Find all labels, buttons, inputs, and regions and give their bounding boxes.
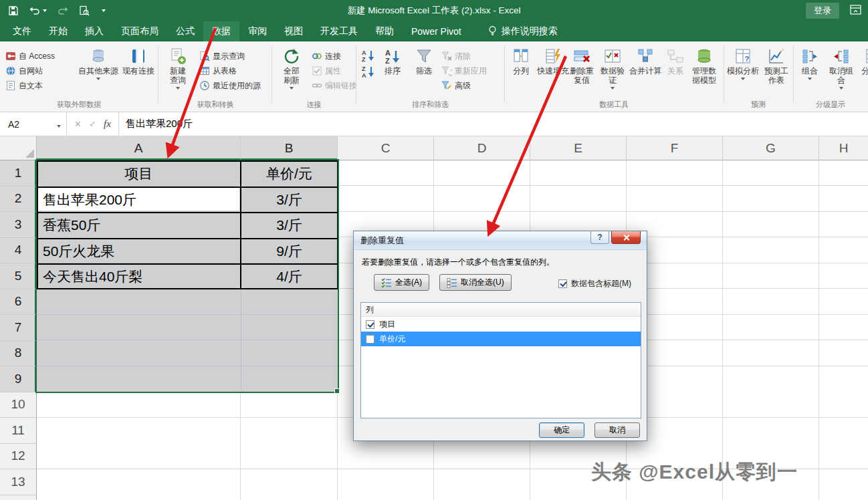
column-header-G[interactable]: G bbox=[723, 136, 819, 160]
from-web-button[interactable]: 自网站 bbox=[5, 64, 43, 78]
cell-A3[interactable]: 香蕉50斤 bbox=[38, 213, 239, 237]
ungroup-button[interactable]: 取消组合 bbox=[825, 47, 857, 90]
save-icon[interactable] bbox=[8, 5, 19, 16]
tab-page-layout[interactable]: 页面布局 bbox=[112, 21, 167, 41]
row-header-3[interactable]: 3 bbox=[0, 212, 37, 238]
row-header-13[interactable]: 13 bbox=[0, 469, 37, 495]
manage-data-model-button[interactable]: 管理数据模型 bbox=[689, 47, 720, 85]
tab-help[interactable]: 帮助 bbox=[366, 21, 403, 41]
cell-A4[interactable]: 50斤火龙果 bbox=[38, 239, 239, 263]
fill-handle[interactable] bbox=[334, 388, 340, 394]
tab-formulas[interactable]: 公式 bbox=[167, 21, 203, 41]
name-box-dropdown-icon[interactable] bbox=[57, 125, 61, 128]
what-if-analysis-button[interactable]: ? 模拟分析 bbox=[726, 47, 760, 80]
flash-fill-button[interactable]: 快速填充 bbox=[536, 47, 570, 76]
select-all-button[interactable]: 全选(A) bbox=[374, 274, 429, 291]
row-header-12[interactable]: 12 bbox=[0, 444, 37, 470]
tab-view[interactable]: 视图 bbox=[276, 21, 312, 41]
data-validation-button[interactable]: 数据验证 bbox=[598, 47, 627, 90]
cell-B2[interactable]: 3/斤 bbox=[241, 188, 337, 212]
subtotal-button[interactable]: 分类汇总 bbox=[859, 47, 868, 85]
row-header-5[interactable]: 5 bbox=[0, 263, 37, 289]
from-access-button[interactable]: 自 Access bbox=[5, 49, 55, 63]
show-queries-button[interactable]: 显示查询 bbox=[199, 49, 245, 63]
tab-review[interactable]: 审阅 bbox=[239, 21, 276, 41]
ribbon-display-options-icon[interactable] bbox=[850, 5, 861, 17]
sort-ascending-button[interactable]: AZ bbox=[361, 48, 376, 63]
row-header-4[interactable]: 4 bbox=[0, 238, 37, 264]
cancel-button[interactable]: 取消 bbox=[594, 422, 640, 438]
insert-function-button[interactable]: fx bbox=[104, 118, 111, 130]
formula-input[interactable]: 售出苹果200斤 bbox=[119, 112, 868, 136]
tab-home[interactable]: 开始 bbox=[40, 21, 76, 41]
select-all-corner[interactable] bbox=[0, 136, 37, 160]
row-header-2[interactable]: 2 bbox=[0, 186, 37, 213]
existing-connections-button[interactable]: 现有连接 bbox=[120, 47, 156, 76]
refresh-all-button[interactable]: 全部刷新 bbox=[274, 47, 309, 90]
cell-B1[interactable]: 单价/元 bbox=[241, 162, 337, 186]
print-preview-icon[interactable] bbox=[79, 5, 90, 16]
undo-dropdown-icon[interactable] bbox=[43, 9, 47, 12]
row-header-11[interactable]: 11 bbox=[0, 418, 37, 444]
recent-sources-button[interactable]: 最近使用的源 bbox=[199, 79, 261, 92]
row-header-6[interactable]: 6 bbox=[0, 289, 37, 316]
checkbox-unchecked-icon[interactable] bbox=[366, 335, 374, 344]
tab-insert[interactable]: 插入 bbox=[76, 21, 112, 41]
row-header-9[interactable]: 9 bbox=[0, 366, 37, 392]
sort-za-icon: ZA bbox=[361, 64, 376, 79]
cell-A5[interactable]: 今天售出40斤梨 bbox=[38, 265, 239, 289]
dialog-close-button[interactable] bbox=[611, 231, 641, 244]
column-item-0[interactable]: 项目 bbox=[361, 317, 641, 332]
consolidate-icon bbox=[637, 47, 654, 66]
group-button[interactable]: 组合 bbox=[796, 47, 824, 80]
new-query-button[interactable]: 新建查询 bbox=[160, 47, 195, 90]
sort-button[interactable]: AZ 排序 bbox=[377, 47, 408, 76]
name-box[interactable]: A2 bbox=[0, 112, 67, 136]
checkbox-checked-icon[interactable] bbox=[366, 320, 374, 329]
undo-icon[interactable] bbox=[29, 5, 47, 16]
row-header-8[interactable]: 8 bbox=[0, 341, 37, 367]
consolidate-button[interactable]: 合并计算 bbox=[629, 47, 662, 76]
cell-B5[interactable]: 4/斤 bbox=[241, 265, 337, 289]
column-header-E[interactable]: E bbox=[530, 136, 627, 160]
data-has-headers-checkbox[interactable]: 数据包含标题(M) bbox=[558, 278, 631, 289]
dialog-help-button[interactable]: ? bbox=[590, 231, 609, 244]
from-table-button[interactable]: 从表格 bbox=[199, 64, 237, 78]
column-header-F[interactable]: F bbox=[627, 136, 723, 160]
from-other-sources-button[interactable]: 自其他来源 bbox=[78, 47, 119, 80]
row-header-1[interactable]: 1 bbox=[0, 160, 37, 186]
column-header-H[interactable]: H bbox=[819, 136, 868, 160]
cell-B3[interactable]: 3/斤 bbox=[241, 213, 337, 237]
filter-button[interactable]: 筛选 bbox=[409, 47, 439, 76]
customize-qat-icon[interactable] bbox=[102, 9, 106, 12]
cell-A2[interactable]: 售出苹果200斤 bbox=[38, 188, 239, 212]
remove-duplicates-button[interactable]: 删除重复值 bbox=[567, 47, 596, 85]
checkbox-checked-icon[interactable] bbox=[558, 279, 567, 288]
svg-text:A: A bbox=[362, 49, 366, 56]
column-item-1[interactable]: 单价/元 bbox=[361, 332, 641, 346]
text-to-columns-button[interactable]: 分列 bbox=[507, 47, 535, 76]
columns-listbox[interactable]: 列 项目 单价/元 bbox=[360, 302, 641, 418]
column-header-C[interactable]: C bbox=[338, 136, 434, 160]
column-header-A[interactable]: A bbox=[37, 136, 241, 160]
column-header-B[interactable]: B bbox=[241, 136, 338, 160]
unselect-all-button[interactable]: 取消全选(U) bbox=[439, 274, 512, 291]
login-button[interactable]: 登录 bbox=[806, 3, 839, 19]
cell-B4[interactable]: 9/斤 bbox=[241, 239, 337, 263]
tab-developer[interactable]: 开发工具 bbox=[312, 21, 366, 41]
tab-power-pivot[interactable]: Power Pivot bbox=[403, 21, 470, 41]
tab-file[interactable]: 文件 bbox=[4, 21, 40, 41]
column-header-D[interactable]: D bbox=[434, 136, 530, 160]
advanced-filter-button[interactable]: 高级 bbox=[441, 79, 471, 92]
cell-A1[interactable]: 项目 bbox=[38, 162, 239, 186]
connections-button[interactable]: 连接 bbox=[312, 49, 341, 63]
row-header-14-partial[interactable] bbox=[0, 495, 37, 500]
forecast-sheet-button[interactable]: 预测工作表 bbox=[761, 47, 792, 85]
ok-button[interactable]: 确定 bbox=[539, 422, 584, 438]
tab-data[interactable]: 数据 bbox=[203, 21, 239, 41]
row-header-10[interactable]: 10 bbox=[0, 392, 37, 418]
from-text-button[interactable]: 自文本 bbox=[5, 79, 43, 92]
row-header-7[interactable]: 7 bbox=[0, 315, 37, 341]
sort-descending-button[interactable]: ZA bbox=[361, 64, 376, 79]
tell-me-search[interactable]: 操作说明搜索 bbox=[479, 21, 566, 41]
